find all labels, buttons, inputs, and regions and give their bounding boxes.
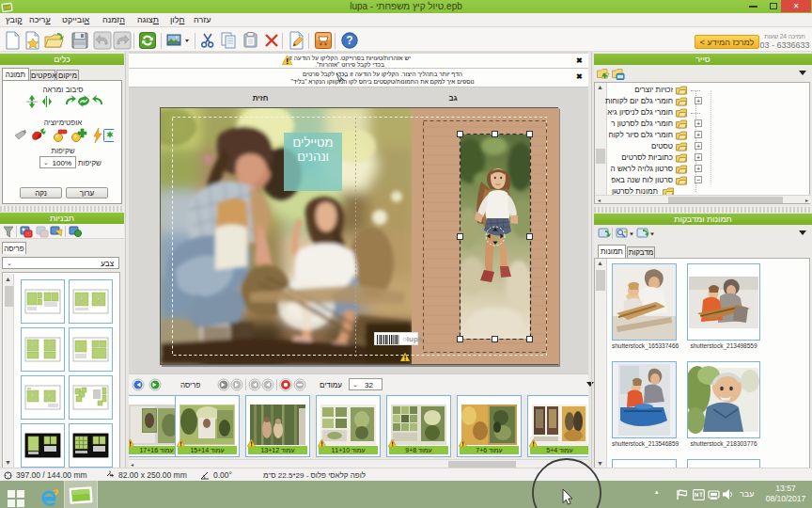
svg-text:?: ? bbox=[346, 34, 352, 47]
